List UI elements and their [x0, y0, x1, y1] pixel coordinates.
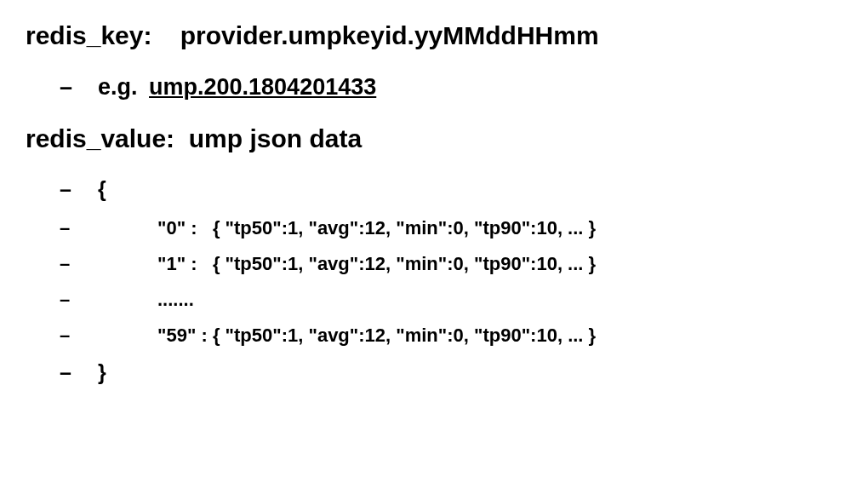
- redis-key-format: provider.umpkeyid.yyMMddHHmm: [180, 21, 599, 50]
- dash-bullet: –: [60, 217, 98, 239]
- colon: :: [166, 124, 174, 152]
- json-val-0: { "tp50":1, "avg":12, "min":0, "tp90":10…: [213, 217, 596, 238]
- redis-key-heading: redis_key: provider.umpkeyid.yyMMddHHmm: [26, 21, 842, 50]
- dash-bullet: –: [60, 177, 98, 202]
- json-entry-1: –"1" : { "tp50":1, "avg":12, "min":0, "t…: [60, 253, 842, 275]
- example-value: ump.200.1804201433: [149, 74, 376, 100]
- redis-key-label: redis_key: [26, 21, 143, 50]
- dash-bullet: –: [60, 289, 98, 311]
- json-close-brace: –}: [60, 360, 842, 385]
- dash-bullet: –: [60, 74, 98, 101]
- redis-value-description: ump json data: [189, 124, 362, 153]
- json-code-block: –{ –"0" : { "tp50":1, "avg":12, "min":0,…: [60, 177, 842, 385]
- redis-value-label: redis_value: [26, 124, 166, 153]
- json-key-0: "0": [157, 217, 186, 238]
- dash-bullet: –: [60, 360, 98, 385]
- dash-bullet: –: [60, 325, 98, 347]
- redis-value-heading: redis_value: ump json data: [26, 124, 842, 153]
- redis-key-example-line: –e.g. ump.200.1804201433: [60, 74, 842, 101]
- example-prefix: e.g.: [98, 74, 138, 101]
- json-entry-0: –"0" : { "tp50":1, "avg":12, "min":0, "t…: [60, 217, 842, 239]
- json-open-brace: –{: [60, 177, 842, 202]
- json-key-1: "1": [157, 253, 186, 274]
- json-key-59: "59": [157, 325, 196, 346]
- json-ellipsis-line: –.......: [60, 289, 842, 311]
- colon: :: [143, 21, 151, 49]
- dash-bullet: –: [60, 253, 98, 275]
- json-val-1: { "tp50":1, "avg":12, "min":0, "tp90":10…: [213, 253, 596, 274]
- json-ellipsis: .......: [157, 289, 194, 311]
- json-val-59: { "tp50":1, "avg":12, "min":0, "tp90":10…: [213, 325, 596, 346]
- json-entry-59: –"59" : { "tp50":1, "avg":12, "min":0, "…: [60, 325, 842, 347]
